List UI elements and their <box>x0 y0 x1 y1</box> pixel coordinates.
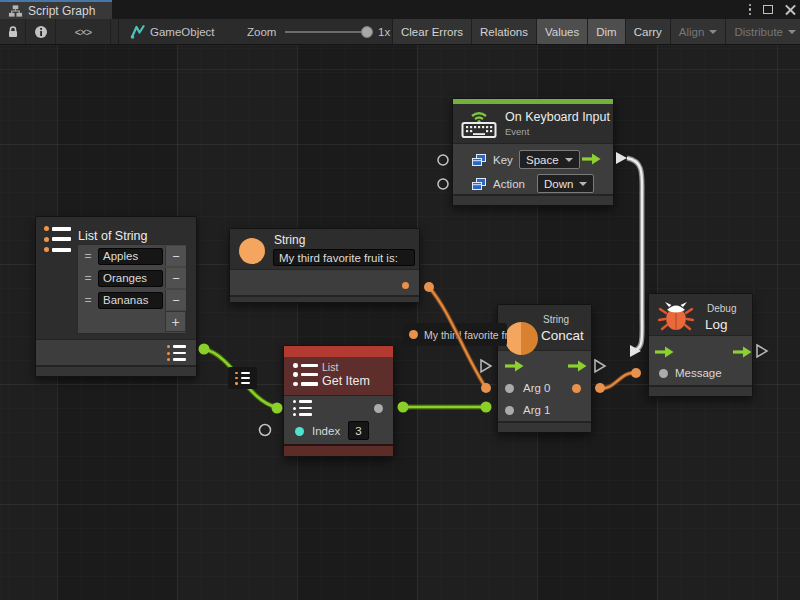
list-item-row: = Apples − <box>78 245 186 267</box>
node-title: On Keyboard Input <box>505 110 610 124</box>
maximize-icon[interactable] <box>763 5 773 14</box>
tab-script-graph[interactable]: Script Graph <box>0 0 112 19</box>
index-port-label: Index <box>312 425 340 437</box>
wire-keyboard-to-log[interactable] <box>627 158 642 351</box>
code-view-button[interactable]: <×> <box>56 19 111 44</box>
add-item-button[interactable]: + <box>165 311 186 332</box>
script-machine-icon <box>130 24 146 39</box>
string-literal-node[interactable]: String My third favorite fruit is: <box>229 228 420 303</box>
index-unconnected-marker[interactable] <box>260 425 271 436</box>
getitem-list-in-marker[interactable] <box>272 403 283 414</box>
align-dropdown[interactable]: Align <box>671 19 727 44</box>
remove-item-button[interactable]: − <box>165 290 186 310</box>
key-port-icon <box>472 154 486 167</box>
index-input-port[interactable] <box>295 427 304 436</box>
control-output-port[interactable] <box>567 360 587 372</box>
get-item-node[interactable]: List Get Item Index 3 <box>283 345 394 457</box>
list-item-field[interactable]: Bananas <box>98 292 163 309</box>
node-footer <box>230 295 419 302</box>
index-value-field[interactable]: 3 <box>348 421 369 440</box>
list-of-string-node[interactable]: List of String = Apples − = Oranges − = … <box>35 216 197 377</box>
graph-canvas[interactable]: On Keyboard Input Event Key Space Action <box>0 45 800 600</box>
list-item-row: = Bananas − <box>78 289 186 311</box>
relations-button[interactable]: Relations <box>472 19 537 44</box>
keyboard-icon <box>460 108 498 139</box>
drag-handle[interactable]: = <box>78 271 98 285</box>
drag-handle[interactable]: = <box>78 249 98 263</box>
chevron-down-icon <box>788 30 796 34</box>
lock-button[interactable] <box>0 19 26 44</box>
list-output-port-icon[interactable] <box>167 345 186 361</box>
string-output-port[interactable] <box>402 282 409 289</box>
list-icon <box>44 226 71 252</box>
arg0-input-port[interactable] <box>505 384 514 393</box>
dim-toggle[interactable]: Dim <box>588 19 625 44</box>
values-toggle[interactable]: Values <box>537 19 588 44</box>
gameobject-label[interactable]: GameObject <box>150 19 215 44</box>
zoom-slider-handle[interactable] <box>361 26 373 38</box>
node-footer <box>498 421 591 432</box>
close-icon[interactable] <box>785 4 796 15</box>
node-title: Get Item <box>322 374 370 388</box>
list-out-marker[interactable] <box>199 344 210 355</box>
wire-concat-to-log[interactable] <box>600 373 635 388</box>
toolbar-divider <box>118 19 119 44</box>
wire-concat-to-log[interactable] <box>600 373 635 388</box>
node-category: String <box>543 314 569 325</box>
list-item-field[interactable]: Oranges <box>98 270 163 287</box>
message-input-port[interactable] <box>659 369 668 378</box>
on-keyboard-input-node[interactable]: On Keyboard Input Event Key Space Action <box>452 98 614 206</box>
concat-result-marker[interactable] <box>595 383 605 393</box>
arg1-input-port[interactable] <box>505 406 514 415</box>
string-value-dot-icon <box>409 330 418 339</box>
zoom-slider-track[interactable] <box>285 31 363 33</box>
item-output-port[interactable] <box>374 404 383 413</box>
list-items-panel: = Apples − = Oranges − = Bananas − + <box>77 244 187 334</box>
drag-handle[interactable]: = <box>78 293 98 307</box>
distribute-dropdown[interactable]: Distribute <box>726 19 800 44</box>
arg0-port-label: Arg 0 <box>523 382 551 394</box>
getitem-out-marker[interactable] <box>398 402 409 413</box>
remove-item-button[interactable]: − <box>165 268 186 288</box>
result-output-port[interactable] <box>572 384 581 393</box>
string-out-marker[interactable] <box>424 282 434 292</box>
control-output-port[interactable] <box>581 153 601 165</box>
action-dropdown[interactable]: Down <box>537 174 594 193</box>
unity-script-graph-window: Script Graph <×> <box>0 0 800 600</box>
wire-type-chip <box>228 367 257 389</box>
concat-control-out-marker[interactable] <box>595 360 605 372</box>
control-out-marker[interactable] <box>616 152 627 164</box>
concat-arg0-in-marker[interactable] <box>481 383 491 393</box>
control-input-port[interactable] <box>654 346 674 358</box>
clear-errors-button[interactable]: Clear Errors <box>393 19 472 44</box>
list-type-icon <box>235 372 250 385</box>
concat-control-in-marker[interactable] <box>481 360 491 372</box>
control-output-port[interactable] <box>732 346 752 358</box>
key-unconnected-marker[interactable] <box>438 155 448 165</box>
carry-button[interactable]: Carry <box>626 19 671 44</box>
node-title: Log <box>705 317 728 332</box>
list-icon <box>293 363 318 386</box>
node-footer <box>36 365 196 376</box>
action-unconnected-marker[interactable] <box>438 179 448 189</box>
debug-log-node[interactable]: Debug Log Message <box>648 293 753 397</box>
add-item-row: + <box>78 311 186 333</box>
key-dropdown[interactable]: Space <box>519 150 580 169</box>
log-message-in-marker[interactable] <box>631 368 641 378</box>
concat-arg1-in-marker[interactable] <box>481 402 492 413</box>
wire-keyboard-to-log[interactable] <box>627 158 642 351</box>
remove-item-button[interactable]: − <box>165 246 186 266</box>
value-preview-text: My third favorite fr... <box>424 329 507 341</box>
list-item-field[interactable]: Apples <box>98 248 163 265</box>
log-control-out-marker[interactable] <box>757 345 767 357</box>
control-in-marker[interactable] <box>630 345 641 357</box>
info-button[interactable] <box>26 19 56 44</box>
list-input-port-icon[interactable] <box>293 400 312 416</box>
concat-node[interactable]: String Concat Arg 0 Arg 1 <box>497 304 592 433</box>
zoom-value: 1x <box>378 19 390 44</box>
control-input-port[interactable] <box>504 360 524 372</box>
string-value-field[interactable]: My third favorite fruit is: <box>273 249 415 266</box>
window-menu-icon[interactable] <box>749 4 752 16</box>
toolbar-button-strip: Clear Errors Relations Values Dim Carry … <box>393 19 800 44</box>
graph-tab-icon <box>8 4 23 18</box>
